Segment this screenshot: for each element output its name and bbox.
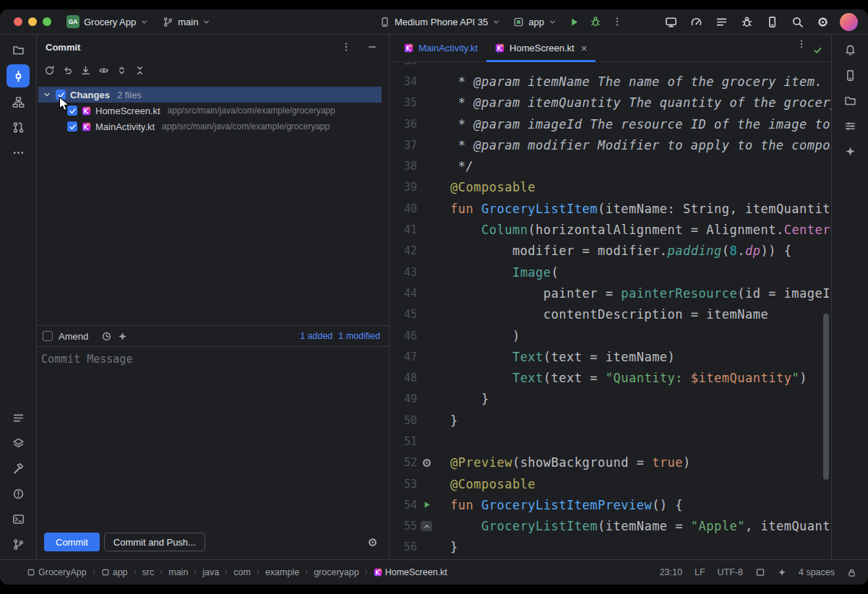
line-separator[interactable]: LF: [695, 567, 705, 577]
code-line[interactable]: 34 * @param itemName The name of the gro…: [390, 71, 831, 92]
preview-diff-icon[interactable]: [95, 62, 111, 78]
code-line[interactable]: 41 Column(horizontalAlignment = Alignmen…: [390, 219, 831, 240]
code-line[interactable]: 54fun GroceryListItemPreview() {: [390, 494, 831, 515]
commit-and-push-button[interactable]: Commit and Push...: [104, 533, 205, 551]
added-summary[interactable]: 1 added: [300, 331, 332, 341]
file-checkbox[interactable]: [67, 106, 77, 116]
run-configuration-selector[interactable]: app: [510, 14, 560, 30]
editor-scrollbar[interactable]: [823, 314, 829, 480]
gemini-tool-icon[interactable]: [839, 140, 861, 162]
code-line[interactable]: 42 modifier = modifier.padding(8.dp)) {: [390, 241, 831, 262]
search-icon[interactable]: [789, 14, 805, 30]
code-line[interactable]: 47 Text(text = itemName): [390, 346, 831, 367]
code-line[interactable]: 38 */: [390, 155, 831, 176]
tab-mainactivity[interactable]: MainActivity.kt: [395, 35, 486, 61]
code-line[interactable]: 36 * @param imageId The resource ID of t…: [390, 113, 831, 134]
expand-all-icon[interactable]: [113, 62, 129, 78]
code-line[interactable]: 55 GroceryListItem(itemName = "Apple", i…: [390, 516, 831, 537]
code-line[interactable]: 49 }: [390, 389, 831, 410]
device-explorer-tool-icon[interactable]: [839, 90, 861, 111]
refresh-icon[interactable]: [41, 62, 57, 78]
breadcrumb-item[interactable]: java: [202, 567, 219, 577]
preview-settings-icon[interactable]: [421, 457, 432, 468]
breadcrumb-item[interactable]: GroceryApp: [27, 567, 87, 577]
commit-message-input[interactable]: [40, 351, 389, 528]
problems-tool-icon[interactable]: [7, 483, 29, 504]
modified-summary[interactable]: 1 modified: [338, 331, 380, 341]
run-preview-icon[interactable]: [422, 500, 431, 509]
file-row-homescreen[interactable]: HomeScreen.kt app/src/main/java/com/exam…: [37, 103, 389, 119]
code-editor[interactable]: 33 *34 * @param itemName The name of the…: [390, 62, 831, 559]
file-row-mainactivity[interactable]: MainActivity.kt app/src/main/java/com/ex…: [37, 119, 389, 134]
breadcrumb-item[interactable]: app: [101, 567, 128, 577]
commit-settings-icon[interactable]: [364, 534, 380, 550]
code-line[interactable]: 50}: [390, 410, 831, 431]
ai-commit-message-icon[interactable]: [118, 332, 127, 341]
logcat-icon[interactable]: [713, 14, 729, 30]
pull-requests-tool-icon[interactable]: [7, 116, 29, 138]
debug-button[interactable]: [588, 14, 603, 30]
code-line[interactable]: 45 contentDescription = itemName: [390, 304, 831, 325]
terminal-tool-icon[interactable]: [7, 508, 29, 530]
changes-checkbox[interactable]: [56, 90, 66, 100]
commit-tool-icon[interactable]: [7, 64, 30, 87]
cursor-position[interactable]: 23:10: [660, 567, 682, 577]
settings-icon[interactable]: [815, 14, 830, 30]
profiler-icon[interactable]: [688, 14, 704, 30]
code-line[interactable]: 57: [390, 558, 831, 559]
logcat-tool-icon[interactable]: [7, 407, 29, 429]
rollback-icon[interactable]: [59, 62, 75, 78]
collapse-all-icon[interactable]: [132, 62, 147, 78]
minimize-window-button[interactable]: [28, 17, 37, 26]
chevron-down-icon[interactable]: [43, 90, 51, 99]
commit-history-icon[interactable]: [101, 331, 112, 342]
project-tool-icon[interactable]: [7, 39, 29, 61]
code-line[interactable]: 40fun GroceryListItem(itemName: String, …: [390, 198, 831, 219]
code-line[interactable]: 52@Preview(showBackground = true): [390, 452, 831, 473]
hide-tool-window-icon[interactable]: [364, 39, 380, 55]
app-quality-insights-icon[interactable]: [739, 14, 755, 30]
breadcrumb-item[interactable]: groceryapp: [314, 567, 359, 577]
commit-button[interactable]: Commit: [44, 533, 100, 551]
code-line[interactable]: 46 ): [390, 325, 831, 346]
code-line[interactable]: 53@Composable: [390, 473, 831, 494]
build-tool-icon[interactable]: [7, 457, 29, 479]
more-tool-windows-icon[interactable]: [7, 142, 29, 163]
indent-setting[interactable]: 4 spaces: [799, 567, 835, 577]
editor-options-icon[interactable]: [796, 39, 807, 49]
avatar[interactable]: [840, 13, 858, 31]
more-actions-icon[interactable]: [609, 14, 625, 30]
commit-options-icon[interactable]: [338, 39, 354, 55]
lock-icon[interactable]: [847, 568, 856, 577]
close-icon[interactable]: ×: [581, 43, 588, 53]
breadcrumb-item[interactable]: main: [168, 567, 188, 577]
breadcrumb-item[interactable]: com: [233, 567, 251, 577]
device-manager-tool-icon[interactable]: [839, 64, 861, 86]
branch-selector[interactable]: main: [159, 14, 214, 30]
device-manager-icon[interactable]: [764, 14, 780, 30]
tab-homescreen[interactable]: HomeScreen.kt ×: [486, 35, 596, 61]
build-variants-tool-icon[interactable]: [839, 115, 861, 137]
resource-manager-tool-icon[interactable]: [7, 432, 29, 454]
running-devices-icon[interactable]: [663, 14, 679, 30]
close-window-button[interactable]: [14, 17, 22, 26]
code-line[interactable]: 56}: [390, 537, 831, 558]
code-line[interactable]: 51: [390, 431, 831, 452]
code-line[interactable]: 35 * @param itemQuantity The quantity of…: [390, 92, 831, 113]
monitor-icon[interactable]: [755, 567, 765, 577]
shelve-icon[interactable]: [77, 62, 93, 78]
notifications-icon[interactable]: [839, 39, 861, 61]
zoom-window-button[interactable]: [43, 17, 51, 26]
analysis-ok-icon[interactable]: [813, 46, 822, 55]
project-selector[interactable]: GA Grocery App: [63, 13, 152, 30]
gemini-status-icon[interactable]: [778, 568, 786, 577]
code-line[interactable]: 48 Text(text = "Quantity: $itemQuantity"…: [390, 367, 831, 388]
file-checkbox[interactable]: [67, 121, 77, 132]
run-button[interactable]: [566, 14, 582, 30]
code-line[interactable]: 44 painter = painterResource(id = imageI…: [390, 283, 831, 304]
breadcrumb-item[interactable]: src: [142, 567, 155, 577]
breadcrumb-item[interactable]: example: [265, 567, 299, 577]
structure-tool-icon[interactable]: [7, 91, 29, 113]
changes-group-row[interactable]: Changes 2 files: [38, 87, 382, 103]
version-control-tool-icon[interactable]: [7, 533, 29, 555]
